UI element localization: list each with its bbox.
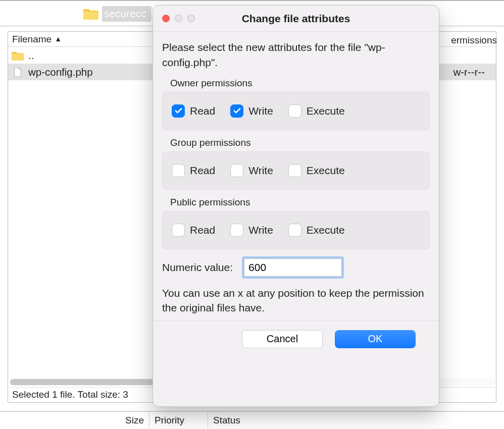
checkbox-unchecked-icon[interactable] — [172, 224, 185, 237]
dialog-title: Change file attributes — [153, 13, 439, 25]
numeric-hint: You can use an x at any position to keep… — [162, 286, 430, 315]
maximize-icon — [187, 15, 195, 22]
checkbox-label: Execute — [307, 105, 345, 117]
owner-section-label: Owner permissions — [170, 78, 430, 89]
checkbox-checked-icon[interactable] — [230, 104, 243, 118]
sort-ascending-icon: ▲ — [55, 35, 62, 43]
checkbox-label: Read — [190, 224, 215, 236]
group-section-label: Group permissions — [170, 137, 430, 148]
dialog-titlebar[interactable]: Change file attributes — [153, 6, 439, 32]
owner-execute-option[interactable]: Execute — [288, 104, 345, 118]
column-label: Filename — [12, 34, 52, 45]
close-icon[interactable] — [162, 15, 170, 22]
scroll-thumb[interactable] — [10, 379, 157, 385]
transfer-queue-header: Size Priority Status — [0, 411, 504, 429]
column-priority[interactable]: Priority — [149, 412, 208, 429]
checkbox-unchecked-icon[interactable] — [288, 164, 301, 177]
group-read-option[interactable]: Read — [172, 164, 215, 177]
window-controls — [162, 15, 195, 22]
file-icon — [11, 67, 24, 78]
checkbox-label: Write — [248, 165, 273, 177]
column-status[interactable]: Status — [208, 412, 504, 429]
group-execute-option[interactable]: Execute — [288, 164, 345, 177]
checkbox-label: Execute — [307, 224, 345, 236]
minimize-icon — [175, 15, 182, 22]
file-permissions: w-r--r-- — [453, 66, 485, 78]
group-permissions-group: Read Write Execute — [162, 151, 430, 190]
checkbox-unchecked-icon[interactable] — [172, 164, 185, 177]
checkbox-unchecked-icon[interactable] — [230, 224, 243, 237]
owner-permissions-group: Read Write Execute — [162, 92, 430, 130]
numeric-value-row: Numeric value: — [162, 256, 430, 279]
checkbox-label: Read — [190, 105, 215, 117]
checkbox-label: Write — [248, 105, 273, 117]
owner-read-option[interactable]: Read — [172, 104, 215, 118]
numeric-value-focus-ring — [242, 256, 344, 279]
public-permissions-group: Read Write Execute — [162, 211, 430, 249]
owner-write-option[interactable]: Write — [230, 104, 273, 118]
change-attributes-dialog: Change file attributes Please select the… — [153, 5, 439, 407]
dialog-instruction: Please select the new attributes for the… — [162, 40, 430, 71]
numeric-value-input[interactable] — [244, 258, 342, 277]
breadcrumb-label: securecc — [102, 6, 152, 22]
column-size[interactable]: Size — [0, 412, 149, 429]
ok-button[interactable]: OK — [335, 330, 416, 348]
checkbox-label: Read — [190, 165, 215, 177]
public-read-option[interactable]: Read — [172, 224, 215, 237]
checkbox-unchecked-icon[interactable] — [288, 224, 301, 237]
checkbox-label: Write — [248, 224, 273, 236]
checkbox-label: Execute — [307, 165, 345, 177]
dialog-button-row: Cancel OK — [228, 321, 430, 348]
folder-icon — [11, 50, 24, 61]
folder-icon — [83, 7, 99, 20]
checkbox-unchecked-icon[interactable] — [230, 164, 243, 177]
public-write-option[interactable]: Write — [230, 224, 273, 237]
checkbox-unchecked-icon[interactable] — [288, 104, 301, 118]
numeric-value-label: Numeric value: — [162, 261, 233, 274]
public-section-label: Public permissions — [170, 197, 430, 208]
breadcrumb[interactable]: securecc — [83, 4, 152, 23]
checkbox-checked-icon[interactable] — [172, 104, 185, 118]
public-execute-option[interactable]: Execute — [288, 224, 345, 237]
dialog-body: Please select the new attributes for the… — [153, 32, 439, 348]
group-write-option[interactable]: Write — [230, 164, 273, 177]
cancel-button[interactable]: Cancel — [242, 330, 323, 348]
